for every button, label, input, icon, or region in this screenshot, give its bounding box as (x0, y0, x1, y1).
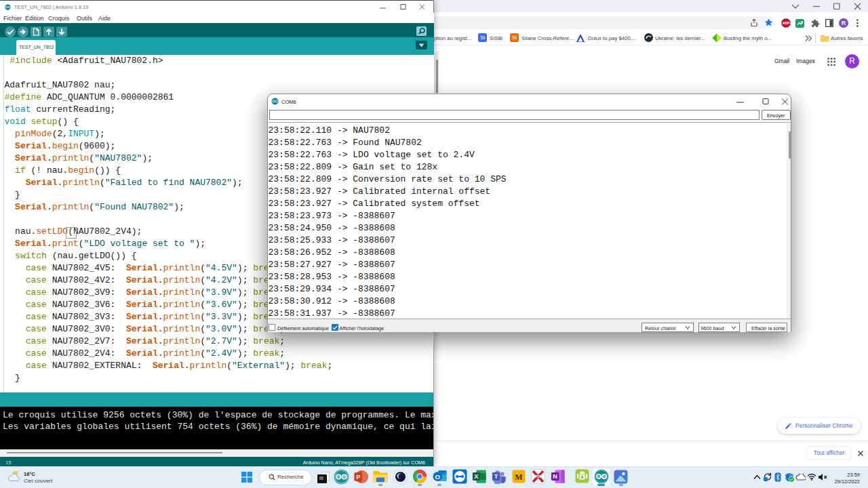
svg-text:ABP: ABP (783, 21, 790, 25)
svg-text:PDF: PDF (535, 474, 542, 479)
svg-text:N: N (553, 473, 557, 480)
svg-text:O: O (435, 473, 440, 481)
svg-text:M: M (515, 472, 522, 481)
svg-text:X: X (474, 473, 479, 480)
svg-text:P: P (356, 473, 360, 480)
svg-text:T: T (494, 473, 498, 480)
